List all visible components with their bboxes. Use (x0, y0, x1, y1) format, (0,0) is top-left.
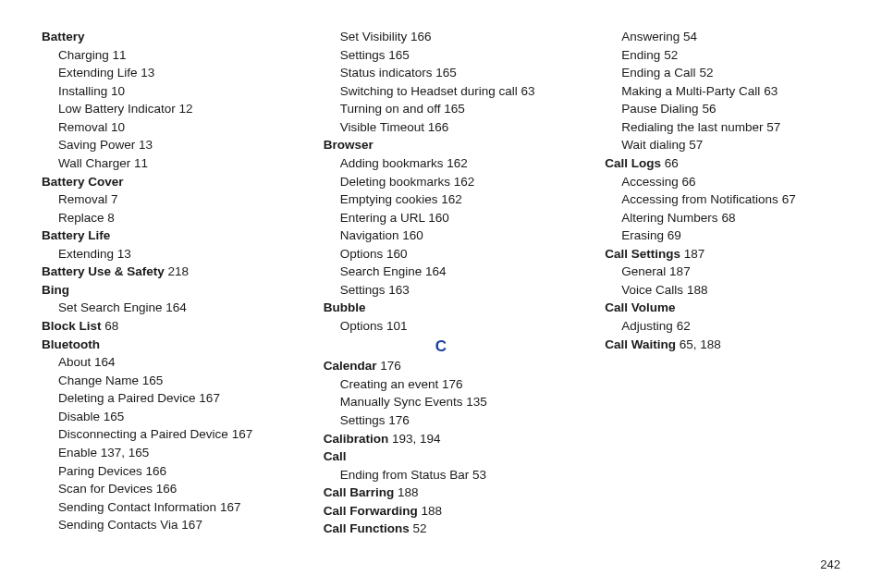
index-term: Adjusting (621, 319, 673, 333)
index-entry-sub: Answering 54 (621, 28, 840, 46)
index-entry-sub: Settings 176 (340, 411, 559, 430)
index-pages: 13 (139, 138, 153, 152)
index-entry-sub: Set Visibility 166 (340, 28, 559, 46)
index-term: Set Visibility (340, 30, 408, 43)
index-term: Bubble (324, 300, 366, 314)
index-term: Visible Timeout (340, 120, 424, 134)
index-pages: 57 (689, 138, 703, 152)
index-pages: 160 (428, 211, 449, 225)
index-pages: 176 (442, 377, 463, 391)
index-entry-sub: Creating an event 176 (340, 375, 559, 394)
index-term: Calibration (324, 432, 389, 446)
index-entry-top: Calibration 193, 194 (324, 430, 559, 448)
index-term: Call Logs (605, 156, 661, 170)
index-pages: 7 (111, 192, 118, 206)
index-pages: 8 (107, 211, 115, 225)
index-pages: 167 (181, 518, 202, 532)
index-term: Status indicators (340, 66, 433, 80)
index-pages: 101 (386, 319, 408, 333)
index-term: Extending (58, 247, 114, 261)
index-entry-sub: Options 160 (340, 245, 559, 263)
index-term: Deleting bookmarks (340, 175, 450, 189)
index-entry-sub: Altering Numbers 68 (621, 209, 840, 227)
index-entry-sub: Ending from Status Bar 53 (340, 466, 559, 484)
index-term: Charging (58, 48, 109, 62)
index-pages: 165 (104, 410, 125, 423)
index-pages: 163 (388, 283, 410, 297)
index-term: Set Search Engine (58, 300, 163, 314)
index-entry-top: Bing (42, 281, 277, 300)
index-pages: 176 (388, 413, 410, 427)
index-entry-sub: Emptying cookies 162 (340, 190, 559, 209)
index-entry-top: Battery Cover (42, 173, 277, 191)
index-pages: 54 (683, 30, 697, 43)
index-entry-sub: Low Battery Indicator 12 (58, 100, 277, 118)
index-entry-sub: Accessing from Notifications 67 (621, 190, 840, 209)
index-pages: 193, 194 (392, 432, 441, 446)
index-term: Saving Power (58, 138, 135, 152)
index-pages: 135 (466, 395, 487, 409)
index-term: Call Barring (324, 485, 395, 499)
index-pages: 66 (682, 175, 696, 189)
index-entry-sub: Settings 163 (340, 281, 559, 300)
index-pages: 160 (386, 247, 408, 261)
index-term: Options (340, 247, 384, 261)
index-pages: 10 (111, 84, 125, 98)
index-term: Redialing the last number (621, 120, 763, 134)
index-term: Search Engine (340, 264, 423, 278)
index-pages: 164 (165, 300, 187, 314)
index-term: Extending Life (58, 66, 138, 80)
index-term: Turning on and off (340, 102, 441, 116)
index-pages: 167 (232, 427, 253, 441)
index-pages: 187 (669, 264, 691, 278)
index-term: Deleting a Paired Device (58, 391, 196, 405)
index-term: Adding bookmarks (340, 156, 444, 170)
index-pages: 164 (425, 264, 447, 278)
index-term: Erasing (621, 228, 664, 242)
index-entry-sub: Wall Charger 11 (58, 154, 277, 173)
index-entry-sub: Change Name 165 (58, 372, 277, 390)
index-term: Browser (324, 138, 374, 152)
index-pages: 62 (677, 319, 691, 333)
index-pages: 68 (721, 211, 735, 225)
index-pages: 166 (428, 120, 449, 134)
index-entry-sub: Pause Dialing 56 (621, 100, 840, 118)
index-term: Voice Calls (621, 283, 683, 297)
index-term: Installing (58, 84, 107, 98)
index-term: Enable (58, 446, 97, 459)
index-term: Battery Life (42, 228, 110, 242)
index-term: Battery Cover (42, 175, 124, 189)
index-term: Answering (621, 30, 680, 43)
index-pages: 67 (782, 192, 796, 206)
index-entry-top: Bubble (324, 299, 559, 317)
index-entry-sub: Extending Life 13 (58, 64, 277, 82)
index-term: Battery Use & Safety (42, 264, 165, 278)
index-pages: 52 (699, 66, 713, 80)
index-term: Manually Sync Events (340, 395, 463, 409)
index-term: Bing (42, 283, 69, 297)
page-number: 242 (820, 557, 840, 571)
index-entry-sub: Saving Power 13 (58, 136, 277, 154)
index-term: Wait dialing (621, 138, 685, 152)
index-entry-sub: Manually Sync Events 135 (340, 393, 559, 411)
index-term: Sending Contacts Via (58, 518, 178, 532)
index-entry-top: Browser (324, 136, 559, 154)
index-entry-sub: Adjusting 62 (621, 317, 840, 336)
index-entry-top: Calendar 176 (324, 357, 559, 375)
index-term: Paring Devices (58, 464, 142, 478)
section-letter: C (324, 336, 559, 358)
index-pages: 162 (441, 192, 462, 206)
index-pages: 52 (664, 48, 678, 62)
index-entry-sub: Wait dialing 57 (621, 136, 840, 154)
index-pages: 166 (146, 464, 167, 478)
index-entry-sub: Sending Contact Information 167 (58, 498, 277, 517)
index-entry-top: Battery Use & Safety 218 (42, 263, 277, 281)
index-term: Call (324, 449, 347, 463)
index-term: Accessing (621, 175, 679, 189)
index-term: Bluetooth (42, 337, 100, 351)
index-term: Call Settings (605, 247, 680, 261)
index-columns: BatteryCharging 11Extending Life 13Insta… (42, 28, 840, 541)
index-term: Making a Multi-Party Call (621, 84, 760, 98)
index-term: Low Battery Indicator (58, 102, 176, 116)
index-pages: 167 (199, 391, 220, 405)
